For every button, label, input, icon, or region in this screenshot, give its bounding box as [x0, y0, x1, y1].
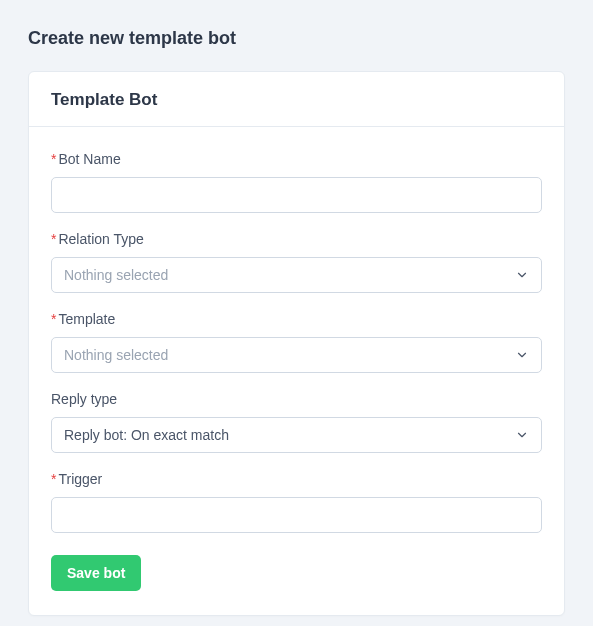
bot-name-label-text: Bot Name — [58, 151, 120, 167]
trigger-label-text: Trigger — [58, 471, 102, 487]
field-relation-type: *Relation Type Nothing selected — [51, 231, 542, 293]
required-marker: * — [51, 471, 56, 487]
field-trigger: *Trigger — [51, 471, 542, 533]
reply-type-label-text: Reply type — [51, 391, 117, 407]
save-bot-button[interactable]: Save bot — [51, 555, 141, 591]
field-reply-type: Reply type Reply bot: On exact match — [51, 391, 542, 453]
template-label: *Template — [51, 311, 542, 327]
form-card: Template Bot *Bot Name *Relation Type No… — [28, 71, 565, 616]
relation-type-label-text: Relation Type — [58, 231, 143, 247]
trigger-input[interactable] — [51, 497, 542, 533]
bot-name-label: *Bot Name — [51, 151, 542, 167]
template-label-text: Template — [58, 311, 115, 327]
card-title: Template Bot — [51, 90, 542, 110]
field-template: *Template Nothing selected — [51, 311, 542, 373]
bot-name-input[interactable] — [51, 177, 542, 213]
required-marker: * — [51, 231, 56, 247]
field-bot-name: *Bot Name — [51, 151, 542, 213]
reply-type-select[interactable]: Reply bot: On exact match — [51, 417, 542, 453]
template-select[interactable]: Nothing selected — [51, 337, 542, 373]
chevron-down-icon — [515, 348, 529, 362]
chevron-down-icon — [515, 428, 529, 442]
reply-type-selected: Reply bot: On exact match — [64, 427, 229, 443]
required-marker: * — [51, 311, 56, 327]
template-selected: Nothing selected — [64, 347, 168, 363]
card-body: *Bot Name *Relation Type Nothing selecte… — [29, 127, 564, 615]
card-header: Template Bot — [29, 72, 564, 127]
page-title: Create new template bot — [28, 28, 565, 49]
trigger-label: *Trigger — [51, 471, 542, 487]
relation-type-select[interactable]: Nothing selected — [51, 257, 542, 293]
relation-type-selected: Nothing selected — [64, 267, 168, 283]
reply-type-label: Reply type — [51, 391, 542, 407]
required-marker: * — [51, 151, 56, 167]
relation-type-label: *Relation Type — [51, 231, 542, 247]
chevron-down-icon — [515, 268, 529, 282]
